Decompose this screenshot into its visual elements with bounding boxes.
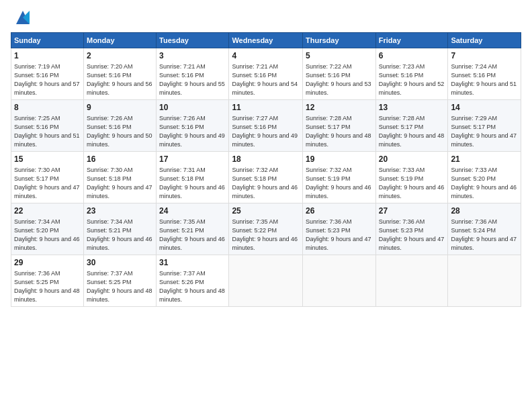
calendar-cell: 22Sunrise: 7:34 AMSunset: 5:20 PMDayligh… — [11, 203, 84, 255]
day-info: Sunrise: 7:33 AMSunset: 5:20 PMDaylight:… — [451, 166, 518, 201]
logo — [11, 8, 32, 27]
day-info: Sunrise: 7:19 AMSunset: 5:16 PMDaylight:… — [14, 62, 81, 97]
calendar-cell: 28Sunrise: 7:36 AMSunset: 5:24 PMDayligh… — [448, 203, 521, 255]
weekday-header-tuesday: Tuesday — [157, 33, 229, 48]
day-info: Sunrise: 7:27 AMSunset: 5:16 PMDaylight:… — [232, 114, 300, 149]
day-number: 18 — [232, 154, 300, 165]
calendar-cell: 14Sunrise: 7:29 AMSunset: 5:17 PMDayligh… — [448, 99, 521, 151]
day-info: Sunrise: 7:32 AMSunset: 5:19 PMDaylight:… — [306, 166, 373, 201]
calendar-table: SundayMondayTuesdayWednesdayThursdayFrid… — [11, 32, 521, 307]
calendar-cell — [448, 255, 521, 306]
calendar-cell: 2Sunrise: 7:20 AMSunset: 5:16 PMDaylight… — [83, 48, 156, 100]
day-info: Sunrise: 7:22 AMSunset: 5:16 PMDaylight:… — [306, 62, 373, 97]
day-info: Sunrise: 7:25 AMSunset: 5:16 PMDaylight:… — [14, 114, 81, 149]
day-info: Sunrise: 7:36 AMSunset: 5:25 PMDaylight:… — [14, 269, 81, 304]
day-number: 5 — [306, 50, 373, 62]
week-row-5: 29Sunrise: 7:36 AMSunset: 5:25 PMDayligh… — [11, 255, 521, 306]
day-info: Sunrise: 7:21 AMSunset: 5:16 PMDaylight:… — [232, 62, 300, 97]
day-info: Sunrise: 7:34 AMSunset: 5:20 PMDaylight:… — [14, 218, 81, 253]
logo-icon — [13, 8, 32, 27]
day-info: Sunrise: 7:33 AMSunset: 5:19 PMDaylight:… — [379, 166, 445, 201]
day-info: Sunrise: 7:37 AMSunset: 5:26 PMDaylight:… — [159, 269, 226, 304]
day-number: 4 — [232, 50, 300, 62]
calendar-cell: 10Sunrise: 7:26 AMSunset: 5:16 PMDayligh… — [157, 99, 229, 151]
calendar-cell — [375, 255, 448, 306]
calendar-cell: 16Sunrise: 7:30 AMSunset: 5:18 PMDayligh… — [83, 151, 156, 203]
day-number: 1 — [14, 50, 81, 62]
day-info: Sunrise: 7:30 AMSunset: 5:17 PMDaylight:… — [14, 166, 81, 201]
day-number: 27 — [379, 205, 445, 217]
weekday-header-sunday: Sunday — [11, 33, 84, 48]
weekday-header-saturday: Saturday — [448, 33, 521, 48]
calendar-cell: 5Sunrise: 7:22 AMSunset: 5:16 PMDaylight… — [303, 48, 376, 100]
week-row-1: 1Sunrise: 7:19 AMSunset: 5:16 PMDaylight… — [11, 48, 521, 100]
calendar-cell: 15Sunrise: 7:30 AMSunset: 5:17 PMDayligh… — [11, 151, 84, 203]
calendar-cell: 26Sunrise: 7:36 AMSunset: 5:23 PMDayligh… — [303, 203, 376, 255]
day-info: Sunrise: 7:29 AMSunset: 5:17 PMDaylight:… — [451, 114, 518, 149]
day-info: Sunrise: 7:21 AMSunset: 5:16 PMDaylight:… — [159, 62, 226, 97]
calendar-cell: 29Sunrise: 7:36 AMSunset: 5:25 PMDayligh… — [11, 255, 84, 306]
calendar-body: 1Sunrise: 7:19 AMSunset: 5:16 PMDaylight… — [11, 48, 521, 307]
day-number: 14 — [451, 102, 518, 113]
day-info: Sunrise: 7:36 AMSunset: 5:23 PMDaylight:… — [306, 218, 373, 253]
calendar-cell: 6Sunrise: 7:23 AMSunset: 5:16 PMDaylight… — [375, 48, 448, 100]
weekday-header-thursday: Thursday — [303, 33, 376, 48]
day-info: Sunrise: 7:26 AMSunset: 5:16 PMDaylight:… — [159, 114, 226, 149]
day-number: 23 — [87, 205, 153, 217]
day-number: 13 — [379, 102, 445, 113]
calendar-cell: 4Sunrise: 7:21 AMSunset: 5:16 PMDaylight… — [229, 48, 303, 100]
calendar-cell: 20Sunrise: 7:33 AMSunset: 5:19 PMDayligh… — [375, 151, 448, 203]
day-number: 7 — [451, 50, 518, 62]
calendar-cell: 21Sunrise: 7:33 AMSunset: 5:20 PMDayligh… — [448, 151, 521, 203]
day-number: 16 — [87, 154, 153, 165]
day-number: 12 — [306, 102, 373, 113]
calendar-cell: 17Sunrise: 7:31 AMSunset: 5:18 PMDayligh… — [157, 151, 229, 203]
day-info: Sunrise: 7:28 AMSunset: 5:17 PMDaylight:… — [379, 114, 445, 149]
calendar-cell: 7Sunrise: 7:24 AMSunset: 5:16 PMDaylight… — [448, 48, 521, 100]
day-number: 6 — [379, 50, 445, 62]
day-number: 3 — [159, 50, 226, 62]
week-row-4: 22Sunrise: 7:34 AMSunset: 5:20 PMDayligh… — [11, 203, 521, 255]
day-number: 31 — [159, 257, 226, 269]
calendar-cell: 11Sunrise: 7:27 AMSunset: 5:16 PMDayligh… — [229, 99, 303, 151]
day-number: 8 — [14, 102, 81, 113]
page-container: SundayMondayTuesdayWednesdayThursdayFrid… — [0, 0, 532, 411]
day-number: 28 — [451, 205, 518, 217]
day-info: Sunrise: 7:36 AMSunset: 5:23 PMDaylight:… — [379, 218, 445, 253]
day-info: Sunrise: 7:36 AMSunset: 5:24 PMDaylight:… — [451, 218, 518, 253]
day-info: Sunrise: 7:26 AMSunset: 5:16 PMDaylight:… — [87, 114, 153, 149]
day-info: Sunrise: 7:37 AMSunset: 5:25 PMDaylight:… — [87, 269, 153, 304]
day-info: Sunrise: 7:32 AMSunset: 5:18 PMDaylight:… — [232, 166, 300, 201]
day-number: 20 — [379, 154, 445, 165]
day-number: 19 — [306, 154, 373, 165]
day-number: 29 — [14, 257, 81, 269]
day-number: 30 — [87, 257, 153, 269]
calendar-cell: 24Sunrise: 7:35 AMSunset: 5:21 PMDayligh… — [157, 203, 229, 255]
day-info: Sunrise: 7:20 AMSunset: 5:16 PMDaylight:… — [87, 62, 153, 97]
day-number: 24 — [159, 205, 226, 217]
day-info: Sunrise: 7:23 AMSunset: 5:16 PMDaylight:… — [379, 62, 445, 97]
day-number: 15 — [14, 154, 81, 165]
day-info: Sunrise: 7:30 AMSunset: 5:18 PMDaylight:… — [87, 166, 153, 201]
day-info: Sunrise: 7:24 AMSunset: 5:16 PMDaylight:… — [451, 62, 518, 97]
calendar-cell: 27Sunrise: 7:36 AMSunset: 5:23 PMDayligh… — [375, 203, 448, 255]
calendar-cell: 8Sunrise: 7:25 AMSunset: 5:16 PMDaylight… — [11, 99, 84, 151]
calendar-cell: 23Sunrise: 7:34 AMSunset: 5:21 PMDayligh… — [83, 203, 156, 255]
weekday-header-wednesday: Wednesday — [229, 33, 303, 48]
day-number: 17 — [159, 154, 226, 165]
calendar-cell: 19Sunrise: 7:32 AMSunset: 5:19 PMDayligh… — [303, 151, 376, 203]
calendar-cell: 1Sunrise: 7:19 AMSunset: 5:16 PMDaylight… — [11, 48, 84, 100]
weekday-header-monday: Monday — [83, 33, 156, 48]
calendar-cell: 18Sunrise: 7:32 AMSunset: 5:18 PMDayligh… — [229, 151, 303, 203]
weekday-header-row: SundayMondayTuesdayWednesdayThursdayFrid… — [11, 33, 521, 48]
calendar-cell: 3Sunrise: 7:21 AMSunset: 5:16 PMDaylight… — [157, 48, 229, 100]
day-number: 25 — [232, 205, 300, 217]
day-info: Sunrise: 7:28 AMSunset: 5:17 PMDaylight:… — [306, 114, 373, 149]
day-info: Sunrise: 7:34 AMSunset: 5:21 PMDaylight:… — [87, 218, 153, 253]
day-number: 9 — [87, 102, 153, 113]
calendar-cell: 31Sunrise: 7:37 AMSunset: 5:26 PMDayligh… — [157, 255, 229, 306]
day-number: 22 — [14, 205, 81, 217]
header — [11, 8, 521, 27]
day-info: Sunrise: 7:35 AMSunset: 5:21 PMDaylight:… — [159, 218, 226, 253]
week-row-2: 8Sunrise: 7:25 AMSunset: 5:16 PMDaylight… — [11, 99, 521, 151]
